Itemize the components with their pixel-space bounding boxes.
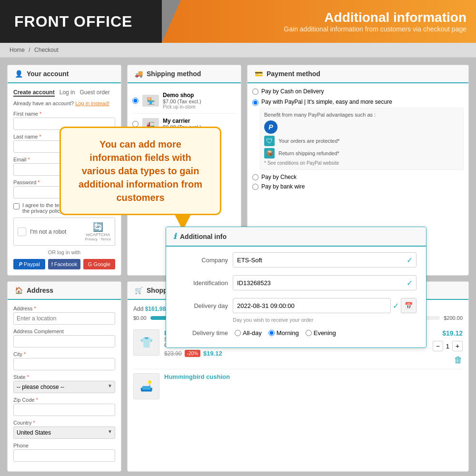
captcha-label: I'm not a robot	[30, 228, 66, 235]
social-buttons: P Paypal f Facebook G Google	[13, 259, 115, 269]
account-title: Your account	[27, 70, 69, 78]
paypal-orders-protected: Your orders are protected*	[278, 138, 340, 144]
cart-item-1-qty-controls: − 1 +	[433, 341, 463, 351]
shipping-radio-2[interactable]	[132, 121, 139, 127]
delivery-allday-option[interactable]: All-day	[235, 329, 262, 337]
country-field: Country * United States ▼	[13, 420, 115, 439]
address-card: 🏠 Address Address * Address Complement C…	[7, 281, 121, 472]
tab-create-account[interactable]: Create account	[13, 89, 55, 97]
phone-input[interactable]	[13, 449, 115, 462]
payment-option-wire: Pay by bank wire	[252, 183, 464, 190]
payment-radio-check[interactable]	[252, 174, 258, 180]
delivery-evening-option[interactable]: Evening	[306, 329, 336, 337]
login-msg: Already have an account? Log in instead!	[13, 100, 115, 106]
cart-item-2-info: Hummingbird cushion	[164, 373, 463, 380]
qty-value: 1	[446, 343, 449, 350]
tab-guest[interactable]: Guest order	[79, 89, 109, 97]
payment-radio-paypal[interactable]	[252, 99, 258, 106]
additional-panel-title: Additional info	[180, 233, 227, 240]
city-input[interactable]	[13, 358, 115, 370]
calendar-button[interactable]: 📅	[401, 298, 416, 313]
address-complement-input[interactable]	[13, 335, 115, 347]
additional-info-panel: ℹ Additional info Company ✓ Identificati…	[166, 227, 426, 348]
shipping-icon-demo: 🏪	[142, 95, 159, 107]
progress-end-label: $200.00	[444, 315, 463, 321]
login-instead-link[interactable]: Log in instead!	[75, 100, 109, 106]
additional-info-subtitle: Gain additional information from custome…	[171, 25, 466, 33]
shipping-price-1: $7.00 (Tax excl.)	[163, 99, 236, 104]
payment-radio-cod[interactable]	[252, 89, 258, 95]
cart-item-2-name: Hummingbird cushion	[164, 373, 463, 380]
paypal-benefit-header: Benefit from many PayPal advantages such…	[264, 112, 459, 118]
identification-field-row: Identification ✓	[166, 271, 426, 294]
captcha-checkbox[interactable]	[18, 228, 26, 236]
qty-increase-button[interactable]: +	[452, 341, 463, 351]
or-login-divider: OR log in with	[13, 249, 115, 255]
payment-radio-wire[interactable]	[252, 184, 258, 190]
delivery-evening-radio[interactable]	[306, 330, 312, 336]
state-field: State * -- please choose -- ▼	[13, 374, 115, 393]
delivery-time-row: Delivery time All-day Morning Evening	[166, 326, 426, 340]
shield-icon: 🛡	[264, 136, 275, 146]
company-input-wrap: ✓	[233, 252, 416, 268]
paypal-return-shipping: Return shipping refunded*	[278, 150, 339, 156]
identification-label: Identification	[176, 279, 228, 287]
delivery-day-field-row: Delivery day ✓ 📅	[166, 294, 426, 317]
delivery-morning-option[interactable]: Morning	[268, 329, 299, 337]
paypal-benefit-1: P	[264, 120, 459, 134]
phone-label: Phone	[13, 443, 115, 448]
delivery-time-label: Delivery time	[176, 329, 228, 337]
payment-option-cod: Pay by Cash on Delivery	[252, 88, 464, 95]
shipping-info-1: Demo shop $7.00 (Tax excl.) Pick up in-s…	[163, 92, 236, 109]
info-icon: ℹ	[173, 232, 176, 241]
identification-input[interactable]	[233, 275, 416, 290]
address-input[interactable]	[13, 312, 115, 325]
payment-card-header: 💳 Payment method	[248, 65, 468, 83]
zip-input[interactable]	[13, 404, 115, 416]
delivery-allday-radio[interactable]	[235, 330, 241, 336]
shipping-title: Shipping method	[147, 70, 201, 78]
tab-login[interactable]: Log in	[60, 89, 75, 97]
account-card-header: 👤 Your account	[8, 65, 121, 83]
header: FRONT OFFICE Additional information Gain…	[0, 0, 476, 43]
address-complement-label: Address Complement	[13, 328, 115, 334]
payment-label-check: Pay by Check	[261, 174, 297, 180]
state-select[interactable]: -- please choose --	[13, 381, 115, 393]
delivery-morning-radio[interactable]	[268, 330, 275, 336]
paypal-benefit-3: 📦 Return shipping refunded*	[264, 148, 459, 159]
address-card-header: 🏠 Address	[8, 282, 121, 300]
facebook-button[interactable]: f Facebook	[48, 259, 80, 269]
qty-decrease-button[interactable]: −	[433, 341, 443, 351]
cart-item-1-delete-button[interactable]: 🗑	[454, 355, 463, 365]
delivery-day-label: Delivery day	[176, 302, 228, 309]
cart-item-1-right: $19.12 − 1 + 🗑	[433, 329, 463, 365]
city-field: City *	[13, 351, 115, 370]
cart-item-1-orig-price: $23.90	[164, 350, 182, 357]
country-label: Country *	[13, 420, 115, 426]
additional-info-title: Additional information	[171, 10, 466, 25]
address-field: Address *	[13, 306, 115, 325]
breadcrumb-home[interactable]: Home	[10, 47, 25, 53]
delivery-day-input[interactable]	[233, 298, 391, 313]
company-input[interactable]	[233, 252, 416, 268]
main-area: 👤 Your account Create account Log in Gue…	[0, 58, 476, 476]
cart-icon: 🛒	[135, 287, 143, 294]
google-button[interactable]: G Google	[83, 259, 115, 269]
identification-input-wrap: ✓	[233, 275, 416, 290]
address-body: Address * Address Complement City * Stat…	[8, 300, 121, 471]
payment-label-paypal: Pay with PayPal | It's simple, easy and …	[261, 99, 392, 105]
terms-checkbox[interactable]	[13, 203, 20, 209]
captcha-box: I'm not a robot 🔄 reCAPTCHA Privacy · Te…	[13, 218, 115, 246]
delivery-day-hint: Day you wish to receive your order	[166, 317, 426, 326]
delivery-allday-label: All-day	[243, 329, 262, 337]
cart-item-1-price-row: $23.90 -20% $19.12	[164, 350, 428, 357]
address-icon: 🏠	[15, 287, 23, 294]
breadcrumb-bar: Home / Checkout	[0, 43, 476, 58]
city-label: City *	[13, 351, 115, 357]
shipping-radio-1[interactable]	[132, 98, 139, 104]
country-select[interactable]: United States	[13, 426, 115, 439]
payment-body: Pay by Cash on Delivery Pay with PayPal …	[248, 83, 468, 195]
breadcrumb: Home / Checkout	[10, 47, 59, 53]
paypal-button[interactable]: P Paypal	[13, 259, 45, 269]
shipping-name-2: My carrier	[163, 118, 236, 124]
